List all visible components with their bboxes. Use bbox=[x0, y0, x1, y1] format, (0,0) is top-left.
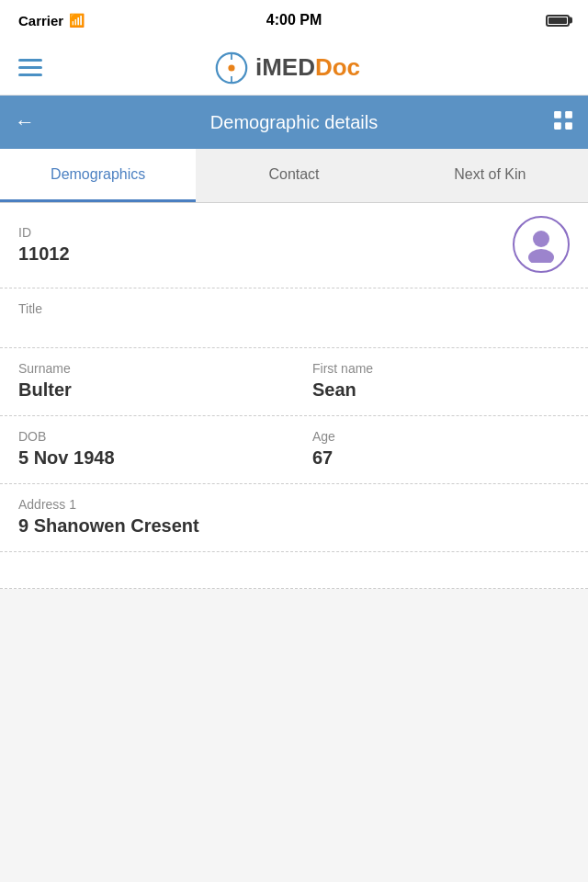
age-value: 67 bbox=[312, 447, 570, 469]
avatar-icon bbox=[523, 226, 560, 263]
address1-label: Address 1 bbox=[18, 497, 570, 512]
app-logo: iMEDDoc bbox=[215, 51, 360, 85]
firstname-label: First name bbox=[312, 361, 570, 376]
grid-view-button[interactable] bbox=[553, 110, 573, 135]
carrier-label: Carrier bbox=[18, 13, 63, 28]
id-value: 11012 bbox=[18, 243, 70, 265]
back-button[interactable]: ← bbox=[15, 110, 35, 134]
svg-rect-5 bbox=[565, 111, 572, 119]
title-label: Title bbox=[18, 301, 570, 316]
logo-imed: iMED bbox=[255, 53, 315, 81]
address1-row: Address 1 9 Shanowen Cresent bbox=[0, 484, 588, 552]
tab-contact[interactable]: Contact bbox=[196, 149, 391, 202]
status-bar-right bbox=[546, 15, 570, 27]
address2-row bbox=[0, 552, 588, 589]
nav-header: iMEDDoc bbox=[0, 40, 588, 96]
tab-demographics[interactable]: Demographics bbox=[0, 149, 196, 202]
surname-value: Bulter bbox=[18, 379, 276, 401]
dob-label: DOB bbox=[18, 429, 276, 444]
age-field: Age 67 bbox=[294, 416, 588, 483]
surname-label: Surname bbox=[18, 361, 276, 376]
logo-doc: Doc bbox=[315, 53, 360, 81]
page-title: Demographic details bbox=[210, 112, 378, 133]
firstname-field: First name Sean bbox=[294, 348, 588, 415]
logo-icon bbox=[215, 51, 248, 85]
page-header: ← Demographic details bbox=[0, 96, 588, 149]
logo-text: iMEDDoc bbox=[255, 53, 360, 82]
status-bar: Carrier 📶 4:00 PM bbox=[0, 0, 588, 40]
wifi-icon: 📶 bbox=[69, 13, 85, 28]
svg-point-9 bbox=[528, 249, 554, 263]
grid-icon bbox=[553, 110, 573, 130]
id-label: ID bbox=[18, 225, 70, 240]
svg-rect-6 bbox=[554, 122, 561, 130]
svg-rect-7 bbox=[565, 122, 572, 130]
id-row: ID 11012 bbox=[0, 203, 588, 288]
dob-field: DOB 5 Nov 1948 bbox=[0, 416, 294, 483]
avatar bbox=[513, 216, 570, 273]
hamburger-menu-button[interactable] bbox=[18, 59, 42, 76]
surname-field: Surname Bulter bbox=[0, 348, 294, 415]
tab-next-of-kin[interactable]: Next of Kin bbox=[392, 149, 588, 202]
id-field: ID 11012 bbox=[18, 225, 70, 265]
status-bar-left: Carrier 📶 bbox=[18, 13, 85, 28]
firstname-value: Sean bbox=[312, 379, 570, 401]
dob-value: 5 Nov 1948 bbox=[18, 447, 276, 469]
battery-icon bbox=[546, 15, 570, 27]
dob-row: DOB 5 Nov 1948 Age 67 bbox=[0, 416, 588, 484]
svg-point-1 bbox=[228, 64, 234, 71]
svg-rect-4 bbox=[554, 111, 561, 119]
tab-bar: Demographics Contact Next of Kin bbox=[0, 149, 588, 203]
svg-point-8 bbox=[533, 231, 549, 247]
address1-value: 9 Shanowen Cresent bbox=[18, 515, 570, 537]
status-time: 4:00 PM bbox=[266, 12, 322, 28]
age-label: Age bbox=[312, 429, 570, 444]
name-row: Surname Bulter First name Sean bbox=[0, 348, 588, 416]
title-row: Title bbox=[0, 288, 588, 348]
demographics-content: ID 11012 Title Surname Bulter First name… bbox=[0, 203, 588, 589]
